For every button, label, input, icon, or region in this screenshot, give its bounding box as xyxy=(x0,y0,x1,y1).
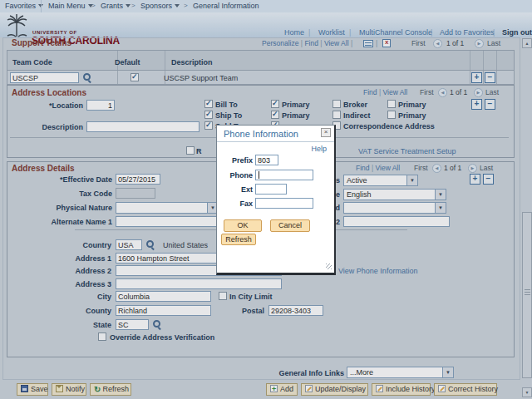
close-icon[interactable]: × xyxy=(321,128,331,137)
phone-information-dialog: Phone Information × Help Prefix Phone Ex… xyxy=(216,125,336,275)
resize-grip-icon[interactable] xyxy=(326,264,332,269)
fax-input[interactable] xyxy=(255,198,313,209)
dialog-title: Phone Information xyxy=(224,129,298,139)
dialog-titlebar[interactable]: Phone Information × xyxy=(217,126,334,142)
ext-label: Ext xyxy=(217,185,253,194)
fax-label: Fax xyxy=(217,200,253,208)
refresh-dialog-button[interactable]: Refresh xyxy=(221,234,256,245)
text-cursor xyxy=(259,171,259,179)
ok-button[interactable]: OK xyxy=(224,219,262,232)
ext-input[interactable] xyxy=(255,184,287,195)
phone-input[interactable] xyxy=(255,170,313,180)
prefix-label: Prefix xyxy=(217,156,253,165)
help-link[interactable]: Help xyxy=(311,145,327,153)
application-window: Favorites Main Menu > Grants > Sponsors … xyxy=(0,0,532,399)
cancel-button[interactable]: Cancel xyxy=(270,219,310,232)
prefix-input[interactable] xyxy=(255,155,278,165)
phone-label: Phone xyxy=(217,171,253,180)
